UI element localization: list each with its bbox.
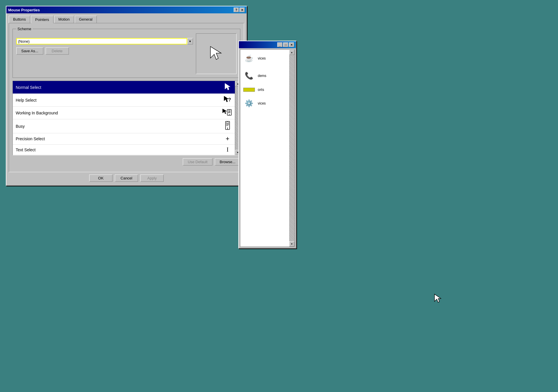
cursor-item-label-precision: Precision Select [16, 136, 45, 141]
cursor-item-normal-select[interactable]: Normal Select [13, 81, 235, 94]
bg-label-3: vices [258, 101, 266, 105]
bg-window-content: ☕ vices 📞 dems orts ⚙️ vices ▲ ▼ [240, 49, 295, 247]
bg-icon-0: ☕ [243, 53, 255, 64]
tab-content-pointers: Scheme ▼ Save As... Delete [9, 23, 244, 172]
cursor-item-text-select[interactable]: Text Select I [13, 145, 235, 155]
bg-minimize-button[interactable]: _ [277, 42, 282, 47]
scheme-legend: Scheme [16, 27, 33, 31]
cursor-item-label-help: Help Select [16, 98, 37, 103]
dialog-content: Buttons Pointers Motion General Scheme ▼ [6, 13, 246, 185]
tab-bar: Buttons Pointers Motion General [9, 16, 244, 23]
help-button[interactable]: ? [234, 8, 239, 12]
bg-scroll-up[interactable]: ▲ [289, 50, 294, 55]
scheme-dropdown-row: ▼ [16, 38, 193, 44]
scheme-controls: ▼ Save As... Delete [16, 33, 193, 55]
cursor-item-help-select[interactable]: Help Select ? [13, 94, 235, 107]
text-select-icon: I [223, 146, 232, 153]
cursor-item-label-text: Text Select [16, 148, 35, 152]
preview-cursor-icon [209, 45, 223, 62]
mouse-properties-dialog: Mouse Properties ? ✕ Buttons Pointers Mo… [6, 6, 247, 186]
cursor-item-label-normal: Normal Select [16, 85, 41, 90]
cursor-preview [196, 33, 237, 74]
cursor-item-busy[interactable]: Busy [13, 119, 235, 133]
working-background-icon [222, 108, 232, 117]
bg-item-2: orts [243, 87, 291, 92]
dialog-title: Mouse Properties [8, 8, 40, 12]
dialog-action-buttons: OK Cancel Apply [9, 172, 244, 183]
bg-title-bar-buttons: _ □ ✕ [277, 42, 294, 47]
tab-general[interactable]: General [75, 16, 97, 23]
cursor-action-buttons: Use Default Browse... [12, 158, 240, 166]
tab-motion[interactable]: Motion [54, 16, 74, 23]
bg-label-2: orts [258, 87, 264, 92]
svg-marker-2 [224, 96, 228, 102]
save-as-button[interactable]: Save As... [16, 47, 43, 55]
bg-scrollbar-track[interactable] [289, 55, 294, 241]
scheme-action-buttons: Save As... Delete [16, 47, 193, 55]
browse-button[interactable]: Browse... [215, 158, 240, 166]
scheme-dropdown-arrow[interactable]: ▼ [187, 38, 193, 44]
busy-icon [223, 121, 232, 131]
svg-marker-4 [223, 109, 227, 114]
bg-item-3: ⚙️ vices [243, 98, 291, 109]
bg-window-scrollbar: ▲ ▼ [289, 50, 294, 247]
bg-icon-3: ⚙️ [243, 98, 255, 109]
bg-label-0: vices [258, 56, 266, 60]
bg-scroll-down[interactable]: ▼ [289, 241, 294, 247]
cursor-item-label-busy: Busy [16, 124, 25, 129]
apply-button[interactable]: Apply [140, 175, 164, 182]
tab-buttons[interactable]: Buttons [9, 16, 30, 23]
ok-button[interactable]: OK [89, 175, 112, 182]
bg-label-1: dems [258, 74, 266, 78]
help-select-icon: ? [223, 96, 232, 105]
scheme-section: Scheme ▼ Save As... Delete [12, 27, 240, 78]
bg-window-title-bar: _ □ ✕ [239, 41, 296, 48]
cursor-item-label-working: Working In Background [16, 111, 58, 115]
delete-button[interactable]: Delete [46, 47, 69, 55]
svg-marker-17 [434, 294, 441, 302]
svg-point-6 [228, 110, 230, 111]
bg-close-button[interactable]: ✕ [289, 42, 294, 47]
title-bar: Mouse Properties ? ✕ [6, 6, 246, 13]
bg-item-0: ☕ vices [243, 53, 291, 64]
cursor-list-container: Normal Select Help Select [12, 81, 240, 155]
close-button[interactable]: ✕ [239, 8, 245, 12]
cursor-item-precision-select[interactable]: Precision Select + [13, 133, 235, 145]
normal-select-icon [223, 83, 232, 92]
svg-marker-1 [225, 83, 230, 90]
scheme-input[interactable] [16, 38, 187, 44]
tab-pointers[interactable]: Pointers [31, 16, 53, 23]
cursor-list: Normal Select Help Select [13, 81, 235, 155]
bg-yellow-item [243, 88, 255, 92]
bg-window-items: ☕ vices 📞 dems orts ⚙️ vices [240, 50, 294, 247]
desktop-cursor [434, 293, 442, 305]
svg-point-12 [226, 122, 229, 124]
bg-maximize-button[interactable]: □ [283, 42, 288, 47]
bg-item-1: 📞 dems [243, 70, 291, 82]
use-default-button[interactable]: Use Default [183, 158, 212, 166]
background-window: _ □ ✕ ☕ vices 📞 dems orts ⚙️ vices [238, 41, 296, 249]
svg-marker-0 [210, 46, 221, 60]
svg-text:?: ? [228, 97, 231, 102]
cursor-item-working-background[interactable]: Working In Background [13, 107, 235, 119]
precision-select-icon: + [223, 135, 232, 143]
title-bar-buttons: ? ✕ [234, 8, 245, 12]
cancel-button[interactable]: Cancel [115, 175, 138, 182]
bg-icon-1: 📞 [243, 70, 255, 82]
